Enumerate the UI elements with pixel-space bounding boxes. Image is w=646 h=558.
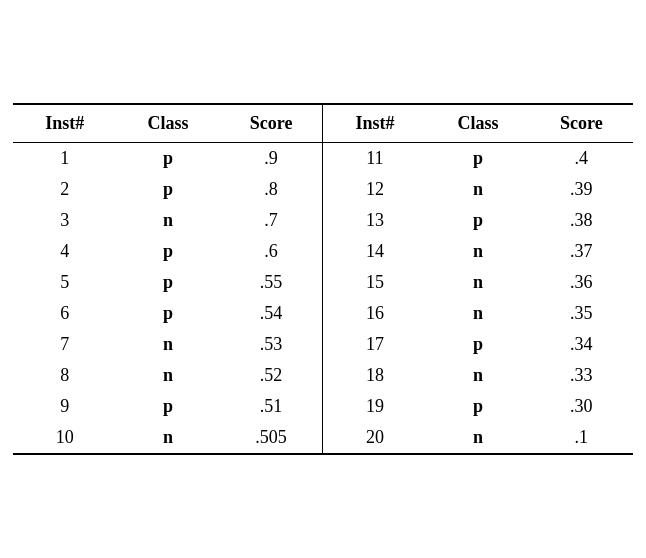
- left-score-cell: .9: [220, 143, 323, 175]
- right-class-cell: n: [426, 360, 529, 391]
- table-row: 2 p .8 12 n .39: [13, 174, 633, 205]
- right-class-cell: n: [426, 422, 529, 453]
- left-class-cell: p: [116, 267, 219, 298]
- left-score-cell: .53: [220, 329, 323, 360]
- right-score-cell: .4: [530, 143, 633, 175]
- right-class-cell: p: [426, 391, 529, 422]
- table-row: 8 n .52 18 n .33: [13, 360, 633, 391]
- left-inst-cell: 5: [13, 267, 116, 298]
- left-inst-cell: 1: [13, 143, 116, 175]
- table-row: 10 n .505 20 n .1: [13, 422, 633, 453]
- right-score-cell: .35: [530, 298, 633, 329]
- table-row: 7 n .53 17 p .34: [13, 329, 633, 360]
- right-inst-cell: 19: [323, 391, 426, 422]
- left-score-cell: .55: [220, 267, 323, 298]
- left-class-cell: n: [116, 329, 219, 360]
- left-class-cell: p: [116, 298, 219, 329]
- left-score-cell: .52: [220, 360, 323, 391]
- left-class-cell: p: [116, 236, 219, 267]
- header-row: Inst# Class Score Inst# Class Score: [13, 105, 633, 143]
- right-score-cell: .37: [530, 236, 633, 267]
- right-class-cell: p: [426, 143, 529, 175]
- right-score-cell: .38: [530, 205, 633, 236]
- left-inst-cell: 4: [13, 236, 116, 267]
- left-inst-cell: 9: [13, 391, 116, 422]
- right-class-cell: p: [426, 205, 529, 236]
- left-inst-cell: 8: [13, 360, 116, 391]
- left-score-cell: .51: [220, 391, 323, 422]
- left-class-cell: n: [116, 360, 219, 391]
- right-score-header: Score: [530, 105, 633, 143]
- right-score-cell: .1: [530, 422, 633, 453]
- right-inst-cell: 13: [323, 205, 426, 236]
- left-inst-cell: 2: [13, 174, 116, 205]
- right-class-header: Class: [426, 105, 529, 143]
- right-inst-header: Inst#: [323, 105, 426, 143]
- table-row: 3 n .7 13 p .38: [13, 205, 633, 236]
- right-inst-cell: 12: [323, 174, 426, 205]
- left-score-cell: .6: [220, 236, 323, 267]
- left-class-cell: p: [116, 391, 219, 422]
- right-class-cell: n: [426, 267, 529, 298]
- right-score-cell: .39: [530, 174, 633, 205]
- left-inst-cell: 7: [13, 329, 116, 360]
- right-inst-cell: 15: [323, 267, 426, 298]
- right-inst-cell: 11: [323, 143, 426, 175]
- main-table-container: Inst# Class Score Inst# Class Score 1 p …: [13, 103, 633, 455]
- left-score-cell: .7: [220, 205, 323, 236]
- data-table: Inst# Class Score Inst# Class Score 1 p …: [13, 105, 633, 453]
- right-inst-cell: 16: [323, 298, 426, 329]
- right-score-cell: .34: [530, 329, 633, 360]
- left-class-header: Class: [116, 105, 219, 143]
- left-score-cell: .54: [220, 298, 323, 329]
- left-class-cell: n: [116, 205, 219, 236]
- left-inst-header: Inst#: [13, 105, 116, 143]
- right-score-cell: .30: [530, 391, 633, 422]
- right-inst-cell: 20: [323, 422, 426, 453]
- table-row: 5 p .55 15 n .36: [13, 267, 633, 298]
- left-score-cell: .505: [220, 422, 323, 453]
- right-class-cell: n: [426, 298, 529, 329]
- left-inst-cell: 10: [13, 422, 116, 453]
- table-row: 1 p .9 11 p .4: [13, 143, 633, 175]
- table-row: 9 p .51 19 p .30: [13, 391, 633, 422]
- right-inst-cell: 18: [323, 360, 426, 391]
- right-inst-cell: 17: [323, 329, 426, 360]
- left-class-cell: p: [116, 174, 219, 205]
- left-inst-cell: 3: [13, 205, 116, 236]
- right-class-cell: n: [426, 174, 529, 205]
- left-inst-cell: 6: [13, 298, 116, 329]
- right-inst-cell: 14: [323, 236, 426, 267]
- right-score-cell: .33: [530, 360, 633, 391]
- left-score-cell: .8: [220, 174, 323, 205]
- table-row: 4 p .6 14 n .37: [13, 236, 633, 267]
- right-score-cell: .36: [530, 267, 633, 298]
- left-score-header: Score: [220, 105, 323, 143]
- left-class-cell: p: [116, 143, 219, 175]
- left-class-cell: n: [116, 422, 219, 453]
- right-class-cell: p: [426, 329, 529, 360]
- table-row: 6 p .54 16 n .35: [13, 298, 633, 329]
- right-class-cell: n: [426, 236, 529, 267]
